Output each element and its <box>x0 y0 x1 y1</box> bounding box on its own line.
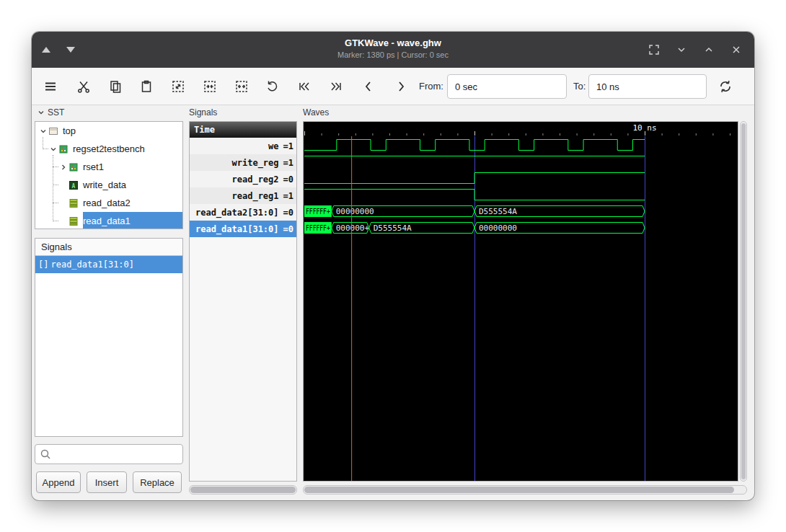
stack-icon <box>69 198 80 208</box>
sst-frame: SST <box>37 107 64 118</box>
signal-name: read_reg1 <box>232 191 279 201</box>
append-button[interactable]: Append <box>36 471 81 493</box>
svg-text:FFFFFF+: FFFFFF+ <box>306 223 330 233</box>
tree-item-write_data[interactable]: A write_data <box>35 176 182 194</box>
signal-value: =0 <box>283 224 293 234</box>
svg-text:FFFFFF+: FFFFFF+ <box>306 207 330 216</box>
chevron-down-icon[interactable] <box>37 109 45 116</box>
main-content: SST top regset2testb <box>32 105 754 500</box>
sst-label: SST <box>48 107 64 118</box>
menu-button[interactable] <box>40 76 61 97</box>
signal-row-read_reg2[interactable]: read_reg2=0 <box>190 171 296 187</box>
to-input[interactable] <box>588 74 707 99</box>
signal-search <box>35 444 183 464</box>
signal-row-read_data2[interactable]: read_data2[31:0]=0 <box>190 204 296 221</box>
fast-left-icon <box>297 79 312 94</box>
signal-name: write_reg <box>232 158 279 168</box>
waves-panel-label: Waves <box>303 107 329 118</box>
signal-name: we <box>268 141 278 151</box>
replace-button[interactable]: Replace <box>133 471 182 493</box>
signal-value: =0 <box>283 208 293 218</box>
zoom-fit-button[interactable] <box>167 76 189 97</box>
search-icon <box>40 448 51 460</box>
shift-left-button[interactable] <box>293 76 315 97</box>
paste-button[interactable] <box>136 76 157 97</box>
scrollbar-thumb[interactable] <box>304 487 734 493</box>
time-header[interactable]: Time <box>190 122 296 138</box>
signals-horizontal-scrollbar[interactable] <box>189 485 297 495</box>
tree-item-rset1[interactable]: rset1 <box>35 158 182 176</box>
copy-button[interactable] <box>105 76 126 97</box>
signal-row-read_reg1[interactable]: read_reg1=1 <box>190 187 296 204</box>
wave-canvas[interactable]: FFFFFF+00000000D555554AFFFFFF+000000+D55… <box>304 136 738 481</box>
wave-timeline[interactable]: 10 ns <box>304 122 738 136</box>
fullscreen-icon <box>648 44 660 56</box>
stack-icon <box>69 216 80 226</box>
fullscreen-button[interactable] <box>646 42 662 58</box>
sst-tree: top regset2testbench rset1 A <box>35 121 183 229</box>
copy-icon <box>108 79 123 94</box>
signal-value: =1 <box>283 158 293 168</box>
vector-icon: [] <box>38 260 48 270</box>
gtkwave-window: GTKWave - wave.ghw Marker: 1380 ps | Cur… <box>32 32 754 500</box>
paste-icon <box>139 79 154 94</box>
expander-open-icon[interactable] <box>38 126 48 136</box>
cut-button[interactable] <box>73 76 94 97</box>
zoom-out-button[interactable] <box>231 76 252 97</box>
pane-separator[interactable] <box>298 121 302 482</box>
svg-text:00000000: 00000000 <box>336 207 374 216</box>
signal-row-read_data1[interactable]: read_data1[31:0]=0 <box>190 221 296 237</box>
reload-button[interactable] <box>715 76 736 97</box>
insert-button[interactable]: Insert <box>87 471 127 493</box>
chevron-up-icon <box>703 44 715 56</box>
waves-vertical-scrollbar[interactable] <box>740 121 747 482</box>
from-input[interactable] <box>447 74 567 99</box>
tree-item-read_data2[interactable]: read_data2 <box>35 194 182 212</box>
search-input[interactable] <box>51 445 182 464</box>
zoom-out-icon <box>234 79 249 94</box>
to-label: To: <box>573 81 586 92</box>
tree-item-top[interactable]: top <box>35 122 182 140</box>
from-label: From: <box>419 81 443 92</box>
close-button[interactable] <box>728 42 744 58</box>
signal-row-write_reg[interactable]: write_reg=1 <box>190 154 296 171</box>
scrollbar-thumb[interactable] <box>741 123 746 479</box>
chip-icon <box>58 144 70 154</box>
signal-value: =1 <box>283 141 293 151</box>
svg-text:D555554A: D555554A <box>479 207 517 216</box>
minimize-button[interactable] <box>674 42 689 58</box>
chevron-left-icon <box>361 79 376 94</box>
scrollbar-thumb[interactable] <box>190 487 296 493</box>
signal-row-we[interactable]: we=1 <box>190 138 296 154</box>
step-right-button[interactable] <box>390 76 412 97</box>
zoom-in-button[interactable] <box>199 76 221 97</box>
expander-open-icon[interactable] <box>48 144 58 154</box>
signal-value: =1 <box>283 191 293 201</box>
expander-closed-icon[interactable] <box>58 162 69 172</box>
signal-value: =0 <box>283 174 293 185</box>
tree-item-label: rset1 <box>83 161 104 172</box>
matrix-icon: A <box>69 180 80 190</box>
chevron-right-icon <box>394 79 408 94</box>
zoom-fit-icon <box>171 79 185 94</box>
shift-right-button[interactable] <box>325 76 347 97</box>
pane-separator[interactable] <box>184 121 188 482</box>
sst-buttons: Append Insert Replace <box>32 471 186 493</box>
sst-signals-list: Signals [] read_data1[31:0] <box>35 238 183 437</box>
fast-right-icon <box>329 79 343 94</box>
scissors-icon <box>76 79 91 94</box>
toolbar: From: To: <box>32 68 754 105</box>
tree-item-label: regset2testbench <box>73 143 145 154</box>
tree-item-read_data1[interactable]: read_data1 <box>35 212 182 229</box>
waves-horizontal-scrollbar[interactable] <box>303 485 747 495</box>
maximize-button[interactable] <box>701 42 717 58</box>
tree-item-label: write_data <box>83 179 126 190</box>
titlebar[interactable]: GTKWave - wave.ghw Marker: 1380 ps | Cur… <box>32 32 754 68</box>
step-left-button[interactable] <box>358 76 379 97</box>
chevron-down-icon <box>676 44 687 56</box>
tree-item-regset2testbench[interactable]: regset2testbench <box>35 140 182 158</box>
tree-item-label: read_data2 <box>83 198 131 208</box>
chip-icon <box>69 162 80 172</box>
signals-list-item[interactable]: [] read_data1[31:0] <box>35 256 182 273</box>
undo-button[interactable] <box>262 76 283 97</box>
